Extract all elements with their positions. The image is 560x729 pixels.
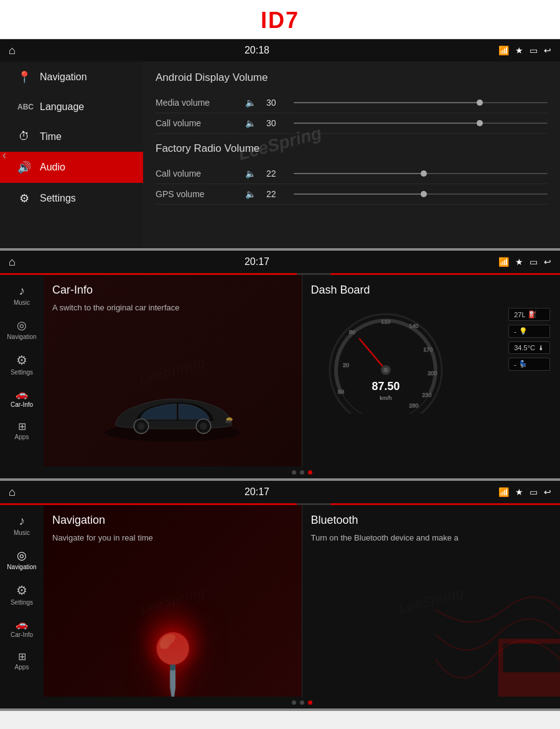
nav-music-2[interactable]: ♪ Music bbox=[0, 279, 44, 311]
headlight-stat: - 💡 bbox=[508, 325, 550, 338]
call-volume-label-factory: Call volume bbox=[156, 169, 236, 179]
nav-carinfo-3[interactable]: 🚗 Car-Info bbox=[0, 613, 44, 643]
home-icon-3[interactable]: ⌂ bbox=[9, 486, 16, 499]
headlight-value: - bbox=[514, 328, 516, 335]
settings-label-3: Settings bbox=[11, 599, 33, 606]
bluetooth-panel[interactable]: Bluetooth Turn on the Bluetooth device a… bbox=[302, 505, 561, 697]
music-icon-3: ♪ bbox=[19, 514, 25, 528]
window-icon: ▭ bbox=[530, 45, 538, 55]
time-icon: ⏱ bbox=[17, 130, 31, 143]
sidebar-item-time[interactable]: ⏱ Time bbox=[0, 121, 143, 152]
dot-1 bbox=[292, 470, 296, 475]
wifi-icon-3: 📶 bbox=[498, 487, 509, 497]
screen2-layout: ♪ Music ◎ Navigation ⚙ Settings 🚗 Car-In… bbox=[0, 275, 560, 480]
dot-3-1 bbox=[292, 700, 296, 705]
title-bar: ID7 bbox=[0, 0, 560, 39]
bluetooth-icon: ★ bbox=[515, 45, 523, 55]
status-icons-2: 📶 ★ ▭ ↩ bbox=[498, 257, 551, 267]
navigation-label-3: Navigation bbox=[7, 564, 36, 570]
time-2: 20:17 bbox=[245, 256, 269, 267]
collapse-arrow[interactable]: ‹ bbox=[0, 146, 9, 164]
dashboard-panel[interactable]: Dash Board 20 50 bbox=[302, 275, 561, 467]
dot-3 bbox=[308, 470, 312, 475]
sidebar-item-language[interactable]: ABC Language bbox=[0, 93, 143, 121]
carinfo-icon-2: 🚗 bbox=[16, 388, 28, 400]
gps-volume-icon: 🔈 bbox=[245, 189, 258, 199]
nav-apps-3[interactable]: ⊞ Apps bbox=[0, 646, 44, 676]
nav-panel-desc: Navigate for you in real time bbox=[52, 532, 293, 544]
temp-stat: 34.5°C 🌡 bbox=[508, 341, 550, 354]
temp-icon: 🌡 bbox=[538, 344, 544, 351]
fuel-icon: ⛽ bbox=[528, 310, 537, 318]
navigation-panel[interactable]: Navigation Navigate for you in real time… bbox=[44, 505, 302, 697]
gps-volume-row: GPS volume 🔈 22 bbox=[156, 184, 548, 205]
call-volume-value-factory: 22 bbox=[266, 169, 285, 179]
screen-2: ⌂ 20:17 📶 ★ ▭ ↩ ♪ Music ◎ Navigation ⚙ bbox=[0, 251, 560, 481]
call-volume-icon-factory: 🔈 bbox=[245, 169, 258, 179]
car-info-panel[interactable]: Car-Info A switch to the original car in… bbox=[44, 275, 302, 467]
section-title-android: Android Display Volume bbox=[156, 72, 548, 84]
nav-music-3[interactable]: ♪ Music bbox=[0, 509, 44, 541]
nav-settings-2[interactable]: ⚙ Settings bbox=[0, 348, 44, 381]
fuel-stat: 27L ⛽ bbox=[508, 308, 550, 321]
svg-text:230: 230 bbox=[422, 392, 431, 398]
bluetooth-icon-3: ★ bbox=[515, 487, 523, 497]
call-volume-row-android: Call volume 🔈 30 bbox=[156, 113, 548, 134]
bt-curve-svg bbox=[436, 572, 560, 697]
settings-icon-2: ⚙ bbox=[16, 353, 27, 368]
home-icon[interactable]: ⌂ bbox=[9, 44, 16, 57]
svg-text:km/h: km/h bbox=[380, 395, 392, 401]
back-icon[interactable]: ↩ bbox=[544, 45, 551, 55]
music-label-3: Music bbox=[14, 529, 30, 536]
seat-icon: 💺 bbox=[519, 360, 528, 368]
navigation-icon-3: ◎ bbox=[17, 549, 27, 562]
svg-text:200: 200 bbox=[427, 370, 437, 376]
sidebar-label-language: Language bbox=[40, 101, 84, 113]
svg-point-2 bbox=[138, 422, 145, 430]
sidebar-item-navigation[interactable]: 📍 Navigation bbox=[0, 62, 143, 93]
section-title-factory: Factory Radio Volume bbox=[156, 142, 548, 155]
back-icon-3[interactable]: ↩ bbox=[544, 487, 551, 497]
sidebar-item-settings[interactable]: ⚙ Settings bbox=[0, 183, 143, 214]
back-icon-2[interactable]: ↩ bbox=[544, 257, 551, 267]
call-volume-slider-android[interactable] bbox=[294, 123, 548, 124]
audio-icon: 🔊 bbox=[17, 160, 31, 174]
svg-text:140: 140 bbox=[409, 323, 418, 329]
apps-label-3: Apps bbox=[15, 664, 29, 671]
music-icon-2: ♪ bbox=[19, 284, 25, 298]
headlight-icon: 💡 bbox=[519, 327, 528, 335]
sidebar-label-settings: Settings bbox=[40, 193, 76, 204]
apps-icon-3: ⊞ bbox=[18, 651, 26, 662]
call-volume-value-android: 30 bbox=[266, 118, 285, 128]
wifi-icon-2: 📶 bbox=[498, 257, 509, 267]
home-icon-2[interactable]: ⌂ bbox=[9, 256, 16, 269]
settings-icon: ⚙ bbox=[17, 192, 31, 205]
svg-text:87.50: 87.50 bbox=[371, 380, 399, 392]
nav-apps-2[interactable]: ⊞ Apps bbox=[0, 416, 44, 445]
gps-volume-slider[interactable] bbox=[294, 193, 548, 195]
bluetooth-icon-2: ★ bbox=[515, 257, 523, 267]
screen-1: ⌂ 20:18 📶 ★ ▭ ↩ ‹ 📍 Navigation ABC Langu… bbox=[0, 39, 560, 251]
call-volume-row-factory: Call volume 🔈 22 bbox=[156, 164, 548, 184]
status-bar-1: ⌂ 20:18 📶 ★ ▭ ↩ bbox=[0, 39, 560, 62]
music-label-2: Music bbox=[14, 299, 30, 306]
nav-carinfo-2[interactable]: 🚗 Car-Info bbox=[0, 383, 44, 413]
nav-settings-3[interactable]: ⚙ Settings bbox=[0, 578, 44, 611]
media-volume-slider[interactable] bbox=[294, 102, 548, 103]
sidebar-label-navigation: Navigation bbox=[40, 72, 87, 83]
nav-navigation-3[interactable]: ◎ Navigation bbox=[0, 544, 44, 575]
nav-navigation-2[interactable]: ◎ Navigation bbox=[0, 313, 44, 345]
app-sidebar-2: ♪ Music ◎ Navigation ⚙ Settings 🚗 Car-In… bbox=[0, 275, 44, 480]
call-volume-slider-factory[interactable] bbox=[294, 173, 548, 174]
sidebar-item-audio[interactable]: 🔊 Audio bbox=[0, 152, 143, 183]
screen2-panels: Car-Info A switch to the original car in… bbox=[44, 275, 560, 467]
svg-text:50: 50 bbox=[337, 389, 343, 395]
svg-point-20 bbox=[383, 368, 388, 373]
speedometer-svg: 20 50 80 110 140 170 200 230 260 bbox=[311, 302, 460, 414]
call-volume-icon-android: 🔈 bbox=[245, 118, 258, 128]
wifi-icon: 📶 bbox=[498, 45, 509, 55]
fuel-value: 27L bbox=[514, 311, 525, 318]
panel-dots-2 bbox=[44, 467, 560, 478]
app-sidebar-3: ♪ Music ◎ Navigation ⚙ Settings 🚗 Car-In… bbox=[0, 505, 44, 710]
language-icon: ABC bbox=[17, 103, 31, 111]
